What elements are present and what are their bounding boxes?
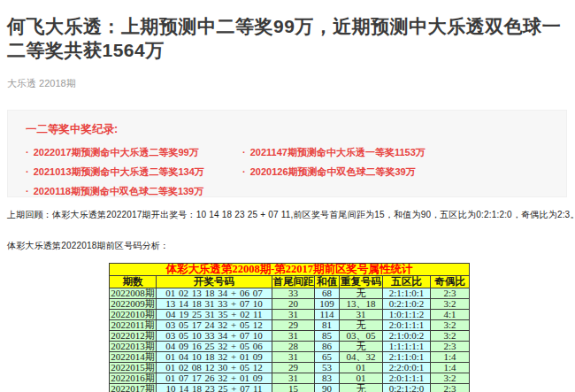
cell-five-zone: 2:0:1:1:1 <box>383 320 431 331</box>
cell-five-zone: 0:2:1:0:2 <box>383 299 431 310</box>
cell-numbers: 01 02 13 18 34 + 06 07 <box>157 288 272 299</box>
cell-numbers: 13 14 18 31 33 + 07 10 <box>157 299 272 310</box>
cell-span: 31 <box>272 310 315 320</box>
cell-repeat: 无 <box>340 320 383 331</box>
analysis-intro: 体彩大乐透第2022018期前区号码分析： <box>7 240 568 252</box>
cell-span: 15 <box>272 384 315 392</box>
bullet-icon: · <box>242 162 246 181</box>
cell-odd-even: 1:4 <box>431 363 470 373</box>
cell-five-zone: 2:1:0:0:2 <box>383 331 431 342</box>
cell-period: 2022013期 <box>110 342 157 352</box>
cell-five-zone: 2:2:0:0:1 <box>383 363 431 373</box>
record-item: ·2022017期预测命中大乐透二等奖99万 <box>26 142 242 162</box>
cell-period: 2022012期 <box>110 331 157 342</box>
cell-span: 28 <box>272 342 315 352</box>
cell-sum: 86 <box>315 342 340 352</box>
table-header-row: 期数 开奖号码 首尾间距 和值 重复号码 五区比 奇偶比 <box>110 276 470 288</box>
cell-repeat: 无 <box>340 342 383 352</box>
cell-sum: 83 <box>315 373 340 384</box>
col-header-repeat: 重复号码 <box>340 276 383 288</box>
cell-sum: 85 <box>315 331 340 342</box>
cell-span: 31 <box>272 352 315 363</box>
records-heading: 一二等奖中奖纪录: <box>26 122 566 137</box>
cell-numbers: 03 05 10 33 34 + 07 10 <box>157 331 272 342</box>
cell-period: 2022014期 <box>110 352 157 363</box>
cell-sum: 90 <box>315 384 340 392</box>
cell-span: 33 <box>272 288 315 299</box>
cell-repeat: 04、32 <box>340 352 383 363</box>
cell-sum: 114 <box>315 310 340 320</box>
record-item-label: 2021147期预测命中大乐透一等奖1153万 <box>250 147 426 158</box>
table-row: 2022016期01 07 17 26 32 + 01 093183012:0:… <box>110 373 470 384</box>
cell-sum: 68 <box>315 288 340 299</box>
cell-span: 31 <box>272 331 315 342</box>
record-item-label: 2022017期预测命中大乐透二等奖99万 <box>34 147 199 158</box>
record-item: ·2020126期预测命中双色球二等奖39万 <box>242 162 459 181</box>
cell-numbers: 01 02 08 12 30 + 05 12 <box>157 363 272 373</box>
table-title: 体彩大乐透第22008期-第22017期前区奖号属性统计 <box>110 264 470 276</box>
cell-span: 31 <box>272 373 315 384</box>
records-columns: ·2022017期预测命中大乐透二等奖99万·2021013期预测命中大乐透二等… <box>26 142 566 201</box>
bullet-icon: · <box>26 181 29 201</box>
cell-numbers: 03 05 17 24 32 + 05 12 <box>157 320 272 331</box>
cell-period: 2022011期 <box>110 320 157 331</box>
cell-odd-even: 2:3 <box>431 288 470 299</box>
record-item: ·2020118期预测命中双色球二等奖139万 <box>26 181 242 201</box>
cell-numbers: 04 09 16 25 32 + 05 06 <box>157 342 272 352</box>
table-row: 2022010期04 19 25 31 35 + 02 1131114311:0… <box>110 310 470 320</box>
cell-repeat: 03、05 <box>340 331 383 342</box>
col-header-sum: 和值 <box>315 276 340 288</box>
article-meta: 大乐透 22018期 <box>7 77 568 90</box>
cell-odd-even: 3:2 <box>431 299 470 310</box>
cell-five-zone: 1:0:1:1:2 <box>383 310 431 320</box>
cell-sum: 65 <box>315 352 340 363</box>
cell-span: 20 <box>272 299 315 310</box>
cell-five-zone: 0:2:1:2:0 <box>383 384 431 392</box>
table-title-row: 体彩大乐透第22008期-第22017期前区奖号属性统计 <box>110 264 470 276</box>
cell-five-zone: 2:1:1:0:1 <box>383 352 431 363</box>
cell-repeat: 无 <box>340 384 383 392</box>
cell-five-zone: 2:0:1:1:1 <box>383 373 431 384</box>
table-row: 2022012期03 05 10 33 34 + 07 10318503、052… <box>110 331 470 342</box>
table-row: 2022009期13 14 18 31 33 + 07 102010913、18… <box>110 299 470 310</box>
cell-period: 2022008期 <box>110 288 157 299</box>
bullet-icon: · <box>26 142 29 162</box>
records-column-left: ·2022017期预测命中大乐透二等奖99万·2021013期预测命中大乐透二等… <box>26 142 242 201</box>
cell-odd-even: 3:2 <box>431 331 470 342</box>
cell-numbers: 10 14 18 23 25 + 07 11 <box>157 384 272 392</box>
cell-numbers: 04 19 25 31 35 + 02 11 <box>157 310 272 320</box>
cell-sum: 53 <box>315 363 340 373</box>
col-header-odd-even: 奇偶比 <box>431 276 470 288</box>
cell-span: 29 <box>272 320 315 331</box>
record-item: ·2021013期预测命中大乐透二等奖134万 <box>26 162 242 181</box>
cell-numbers: 01 07 17 26 32 + 01 09 <box>157 373 272 384</box>
cell-period: 2022009期 <box>110 299 157 310</box>
table-row: 2022015期01 02 08 12 30 + 05 122953012:2:… <box>110 363 470 373</box>
cell-repeat: 01 <box>340 363 383 373</box>
cell-numbers: 01 04 10 18 32 + 01 09 <box>157 352 272 363</box>
cell-odd-even: 1:4 <box>431 352 470 363</box>
table-row: 2022014期01 04 10 18 32 + 01 09316504、322… <box>110 352 470 363</box>
record-item-label: 2020126期预测命中双色球二等奖39万 <box>250 166 416 177</box>
cell-period: 2022016期 <box>110 373 157 384</box>
cell-period: 2022017期 <box>110 384 157 392</box>
last-draw-review: 上期回顾：体彩大乐透第2022017期开出奖号：10 14 18 23 25 +… <box>7 209 568 221</box>
cell-odd-even: 2:3 <box>431 342 470 352</box>
col-header-period: 期数 <box>110 276 157 288</box>
cell-odd-even: 4:1 <box>431 310 470 320</box>
cell-repeat: 01 <box>340 373 383 384</box>
cell-five-zone: 2:1:1:0:1 <box>383 288 431 299</box>
cell-odd-even: 3:2 <box>431 373 470 384</box>
front-zone-stats-table: 体彩大乐透第22008期-第22017期前区奖号属性统计 期数 开奖号码 首尾间… <box>109 263 470 392</box>
cell-five-zone: 1:1:1:1:1 <box>383 342 431 352</box>
cell-repeat: 13、18 <box>340 299 383 310</box>
bullet-icon: · <box>26 162 29 181</box>
records-column-right: ·2021147期预测命中大乐透一等奖1153万·2020126期预测命中双色球… <box>242 142 459 201</box>
record-item-label: 2020118期预测命中双色球二等奖139万 <box>34 186 204 196</box>
winning-records-panel: 一二等奖中奖纪录: ·2022017期预测命中大乐透二等奖99万·2021013… <box>7 110 567 197</box>
cell-span: 29 <box>272 363 315 373</box>
table-row: 2022008期01 02 13 18 34 + 06 073368无2:1:1… <box>110 288 470 299</box>
record-item-label: 2021013期预测命中大乐透二等奖134万 <box>34 166 204 177</box>
col-header-numbers: 开奖号码 <box>157 276 272 288</box>
cell-sum: 81 <box>315 320 340 331</box>
